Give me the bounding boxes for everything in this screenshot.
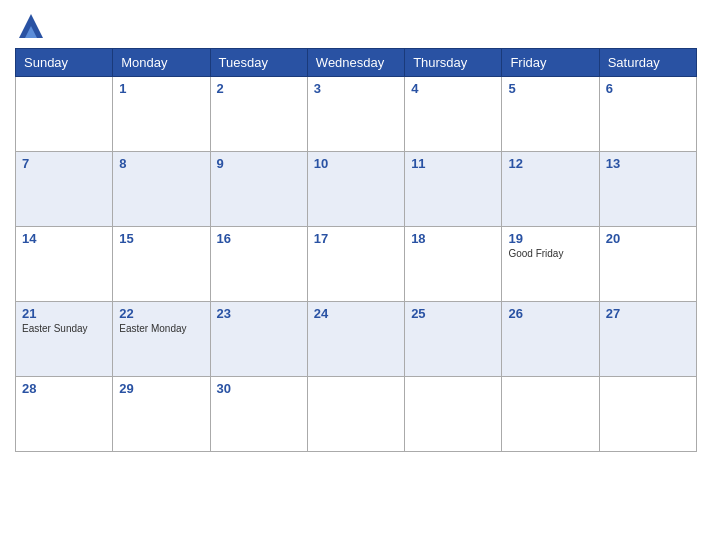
calendar-cell	[502, 377, 599, 452]
week-row-4: 21Easter Sunday22Easter Monday2324252627	[16, 302, 697, 377]
date-number: 3	[314, 81, 398, 96]
calendar-cell: 21Easter Sunday	[16, 302, 113, 377]
calendar-cell: 17	[307, 227, 404, 302]
date-number: 18	[411, 231, 495, 246]
date-number: 20	[606, 231, 690, 246]
day-header-monday: Monday	[113, 49, 210, 77]
date-number: 24	[314, 306, 398, 321]
date-number: 30	[217, 381, 301, 396]
calendar-cell: 25	[405, 302, 502, 377]
date-number: 7	[22, 156, 106, 171]
calendar-cell: 18	[405, 227, 502, 302]
calendar-cell: 13	[599, 152, 696, 227]
date-number: 22	[119, 306, 203, 321]
calendar-cell: 16	[210, 227, 307, 302]
date-number: 12	[508, 156, 592, 171]
date-number: 19	[508, 231, 592, 246]
calendar-cell: 27	[599, 302, 696, 377]
date-number: 5	[508, 81, 592, 96]
event-label: Easter Monday	[119, 323, 203, 334]
calendar-page: SundayMondayTuesdayWednesdayThursdayFrid…	[0, 0, 712, 467]
date-number: 10	[314, 156, 398, 171]
date-number: 1	[119, 81, 203, 96]
calendar-cell	[599, 377, 696, 452]
calendar-cell: 14	[16, 227, 113, 302]
calendar-cell: 26	[502, 302, 599, 377]
calendar-cell: 11	[405, 152, 502, 227]
date-number: 4	[411, 81, 495, 96]
calendar-cell: 15	[113, 227, 210, 302]
day-header-sunday: Sunday	[16, 49, 113, 77]
date-number: 29	[119, 381, 203, 396]
event-label: Good Friday	[508, 248, 592, 259]
calendar-cell	[405, 377, 502, 452]
day-headers-row: SundayMondayTuesdayWednesdayThursdayFrid…	[16, 49, 697, 77]
calendar-cell: 12	[502, 152, 599, 227]
day-header-wednesday: Wednesday	[307, 49, 404, 77]
calendar-cell: 4	[405, 77, 502, 152]
calendar-cell: 28	[16, 377, 113, 452]
calendar-cell: 8	[113, 152, 210, 227]
date-number: 14	[22, 231, 106, 246]
date-number: 25	[411, 306, 495, 321]
day-header-saturday: Saturday	[599, 49, 696, 77]
date-number: 9	[217, 156, 301, 171]
calendar-cell: 19Good Friday	[502, 227, 599, 302]
calendar-cell: 10	[307, 152, 404, 227]
calendar-cell: 7	[16, 152, 113, 227]
week-row-3: 141516171819Good Friday20	[16, 227, 697, 302]
day-header-friday: Friday	[502, 49, 599, 77]
week-row-2: 78910111213	[16, 152, 697, 227]
week-row-1: 123456	[16, 77, 697, 152]
day-header-thursday: Thursday	[405, 49, 502, 77]
calendar-cell: 24	[307, 302, 404, 377]
calendar-cell	[307, 377, 404, 452]
date-number: 15	[119, 231, 203, 246]
date-number: 26	[508, 306, 592, 321]
calendar-cell: 30	[210, 377, 307, 452]
calendar-table: SundayMondayTuesdayWednesdayThursdayFrid…	[15, 48, 697, 452]
calendar-cell	[16, 77, 113, 152]
calendar-cell: 23	[210, 302, 307, 377]
logo	[15, 10, 51, 42]
calendar-cell: 29	[113, 377, 210, 452]
logo-icon	[15, 10, 47, 42]
week-row-5: 282930	[16, 377, 697, 452]
calendar-cell: 2	[210, 77, 307, 152]
date-number: 8	[119, 156, 203, 171]
date-number: 11	[411, 156, 495, 171]
calendar-cell: 22Easter Monday	[113, 302, 210, 377]
date-number: 17	[314, 231, 398, 246]
calendar-cell: 1	[113, 77, 210, 152]
date-number: 6	[606, 81, 690, 96]
event-label: Easter Sunday	[22, 323, 106, 334]
date-number: 16	[217, 231, 301, 246]
calendar-cell: 9	[210, 152, 307, 227]
calendar-cell: 6	[599, 77, 696, 152]
calendar-header	[15, 10, 697, 42]
calendar-cell: 5	[502, 77, 599, 152]
calendar-cell: 20	[599, 227, 696, 302]
date-number: 27	[606, 306, 690, 321]
date-number: 28	[22, 381, 106, 396]
calendar-cell: 3	[307, 77, 404, 152]
date-number: 21	[22, 306, 106, 321]
date-number: 2	[217, 81, 301, 96]
date-number: 23	[217, 306, 301, 321]
date-number: 13	[606, 156, 690, 171]
day-header-tuesday: Tuesday	[210, 49, 307, 77]
